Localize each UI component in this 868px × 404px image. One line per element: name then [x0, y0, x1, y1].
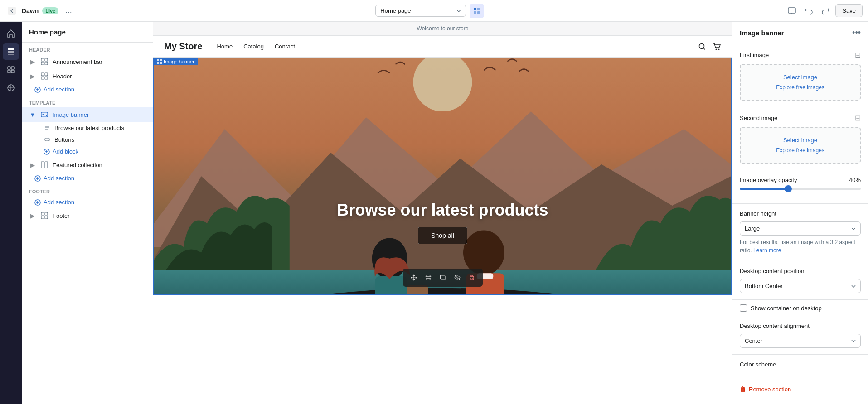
icon-bar-sections[interactable]: [3, 43, 19, 60]
grid-icon-button[interactable]: [470, 4, 484, 18]
desktop-alignment-label: Desktop content alignment: [740, 322, 861, 329]
svg-rect-31: [45, 212, 48, 215]
svg-rect-14: [41, 58, 44, 61]
add-section-footer-button[interactable]: Add section: [22, 196, 153, 208]
save-button[interactable]: Save: [835, 4, 863, 17]
remove-section-button[interactable]: 🗑 Remove section: [732, 379, 868, 399]
main-layout: Home page HEADER ▶ Announcement bar ▶ He…: [0, 22, 868, 404]
desktop-alignment-select[interactable]: Center Left Right: [740, 334, 861, 348]
select-image-1-button[interactable]: Select image: [783, 74, 817, 81]
image-banner-wrapper[interactable]: Image banner: [153, 58, 732, 295]
nav-link-home[interactable]: Home: [217, 43, 233, 50]
back-icon[interactable]: [5, 5, 18, 17]
slider-thumb[interactable]: [785, 185, 792, 192]
slider-container[interactable]: [740, 188, 861, 195]
banner-tool-copy[interactable]: [436, 271, 449, 284]
text-block-icon: [44, 124, 51, 131]
grid-block-icon: [40, 57, 49, 66]
right-panel: Image banner ••• First image ⊞ Select im…: [732, 22, 868, 404]
desktop-position-section: Desktop content position Bottom Center T…: [732, 261, 868, 300]
svg-rect-33: [45, 216, 48, 219]
store-nav: My Store Home Catalog Contact: [153, 36, 732, 58]
right-panel-title: Image banner: [740, 29, 784, 37]
topbar: Dawn Live ... Home page Save: [0, 0, 868, 22]
overlay-slider-section: Image overlay opacity 40%: [732, 170, 868, 204]
image-banner-label: Image banner: [154, 58, 198, 65]
svg-rect-40: [160, 62, 162, 64]
image-banner-icon: [40, 110, 49, 119]
nav-link-contact[interactable]: Contact: [275, 43, 295, 50]
stack-icon-2: ⊞: [855, 114, 861, 122]
desktop-device-button[interactable]: [785, 4, 799, 18]
sidebar-item-header[interactable]: ▶ Header: [22, 69, 153, 83]
second-image-section: Second image ⊞ Select image Explore free…: [732, 107, 868, 170]
svg-rect-53: [441, 276, 445, 280]
learn-more-link[interactable]: Learn more: [753, 247, 781, 254]
svg-rect-0: [8, 7, 16, 15]
svg-rect-27: [45, 162, 48, 168]
add-block-label: Add block: [53, 148, 78, 155]
svg-rect-5: [788, 8, 795, 13]
banner-overlay-text: Browse our latest products Shop all: [154, 201, 731, 244]
store-logo: My Store: [164, 41, 202, 52]
page-selector[interactable]: Home page: [375, 5, 466, 17]
shop-all-button[interactable]: Shop all: [154, 227, 731, 244]
cart-icon[interactable]: [712, 42, 721, 51]
show-container-label: Show container on desktop: [751, 305, 822, 312]
banner-tool-move[interactable]: [407, 271, 420, 284]
live-badge: Live: [42, 7, 58, 14]
sub-item-buttons[interactable]: Buttons: [22, 134, 153, 145]
remove-icon: 🗑: [740, 385, 746, 393]
more-button[interactable]: ...: [62, 5, 75, 17]
search-icon[interactable]: [698, 42, 707, 51]
banner-height-label: Banner height: [740, 210, 861, 217]
banner-height-select[interactable]: Large Medium Small Adapt to first image: [740, 221, 861, 236]
store-nav-icons: [698, 42, 721, 51]
icon-bar-home[interactable]: [3, 25, 19, 42]
icon-bar-apps[interactable]: [3, 62, 19, 78]
svg-rect-7: [8, 51, 14, 53]
topbar-right: Save: [785, 4, 863, 18]
sidebar-item-footer[interactable]: ▶ Footer: [22, 208, 153, 223]
sidebar-item-announcement-bar[interactable]: ▶ Announcement bar: [22, 54, 153, 69]
sidebar-item-featured-collection[interactable]: ▶ Featured collection: [22, 158, 153, 172]
sidebar-item-footer-text: Footer: [53, 212, 70, 219]
svg-rect-18: [41, 73, 44, 76]
svg-rect-37: [157, 59, 159, 61]
first-image-section: First image ⊞ Select image Explore free …: [732, 44, 868, 107]
right-panel-more-button[interactable]: •••: [852, 28, 861, 38]
add-section-button-1[interactable]: Add section: [22, 83, 153, 96]
banner-tool-move-2[interactable]: [422, 271, 435, 284]
show-container-checkbox[interactable]: [740, 304, 747, 312]
right-panel-header: Image banner •••: [732, 22, 868, 44]
icon-bar-theme[interactable]: [3, 80, 19, 96]
first-image-upload-box[interactable]: Select image Explore free images: [740, 64, 861, 101]
preview-area: Welcome to our store My Store Home Catal…: [153, 22, 732, 404]
svg-rect-26: [41, 162, 44, 168]
color-scheme-label: Color scheme: [740, 361, 861, 368]
banner-tool-hide[interactable]: [451, 271, 464, 284]
sub-item-browse-latest[interactable]: Browse our latest products: [22, 122, 153, 134]
svg-rect-2: [477, 8, 480, 10]
desktop-position-select[interactable]: Bottom Center Top Left Middle Center Bot…: [740, 279, 861, 293]
expand-icon: ▶: [29, 58, 36, 65]
color-scheme-section: Color scheme: [732, 355, 868, 379]
banner-title: Browse our latest products: [154, 201, 731, 220]
add-section-footer-label: Add section: [44, 199, 74, 206]
undo-button[interactable]: [803, 5, 815, 17]
second-image-upload-box[interactable]: Select image Explore free images: [740, 127, 861, 164]
select-image-2-button[interactable]: Select image: [783, 137, 817, 144]
nav-link-catalog[interactable]: Catalog: [243, 43, 264, 50]
add-section-1-label: Add section: [44, 86, 74, 93]
add-section-button-2[interactable]: Add section: [22, 172, 153, 184]
sidebar-item-image-banner-text: Image banner: [53, 111, 89, 118]
explore-free-images-1-link[interactable]: Explore free images: [776, 84, 824, 91]
redo-button[interactable]: [819, 5, 832, 17]
add-block-button[interactable]: Add block: [22, 145, 153, 158]
remove-section-label: Remove section: [749, 386, 791, 393]
topbar-center: Home page: [78, 4, 781, 18]
banner-tool-delete[interactable]: [466, 271, 478, 284]
sidebar-item-image-banner[interactable]: ▼ Image banner: [22, 107, 153, 122]
collection-icon: [40, 160, 49, 169]
explore-free-images-2-link[interactable]: Explore free images: [776, 147, 824, 154]
